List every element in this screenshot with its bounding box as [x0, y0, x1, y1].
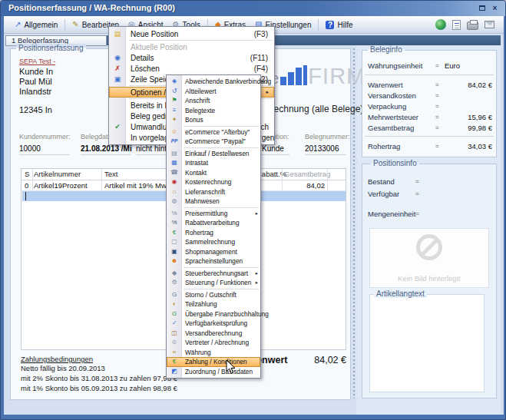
submenu-item-kontakt[interactable]: ☎Kontakt — [167, 168, 260, 178]
field-kundennummer: Kundennummer: 10000 — [19, 128, 70, 155]
submenu-item-waehrung[interactable]: ¤Währung — [167, 348, 260, 358]
info-label: Bestand — [368, 177, 415, 187]
info-value — [445, 102, 492, 111]
partial-payment-icon: ◗ — [167, 299, 182, 309]
submenu-item-versandberechnung[interactable]: ◫Versandberechnung — [167, 329, 260, 339]
flag-icon: ⚑ — [167, 96, 182, 105]
submenu-item-zahlung-konditionen[interactable]: €Zahlung / Konditionen — [167, 357, 260, 367]
submenu-item-mahnwesen[interactable]: ◍Mahnwesen — [167, 197, 260, 207]
no-image-text: Kein Bild hinterlegt! — [370, 274, 488, 283]
submenu-item-storno-gutschrift[interactable]: GStorno / Gutschrift — [167, 290, 260, 300]
window-title: Positionserfassung / WA-Rechnung (R00) — [8, 3, 175, 12]
basedata-icon: ◩ — [167, 367, 182, 376]
paypal-icon: PP — [167, 137, 182, 146]
submenu-item-kostenrechnung[interactable]: ◉Kostenrechnung — [167, 177, 260, 187]
submenu-arrow-icon: ▸ — [256, 270, 258, 276]
table-cell[interactable]: Artikel mit 19% MwSt. — [104, 180, 175, 190]
toolbar-separator — [318, 19, 319, 31]
mail-icon[interactable] — [485, 21, 494, 28]
menu-hilfe-label: Hilfe — [337, 21, 352, 29]
info-label: Verfügbar — [368, 190, 415, 199]
table-cell[interactable]: Artikel19Prozent — [34, 180, 88, 190]
altteile-icon: ↺ — [167, 87, 182, 96]
column-header[interactable]: S — [25, 169, 29, 180]
belegnummer-value[interactable]: 20133006 — [305, 144, 346, 155]
submenu-item-steuerberechnungsart[interactable]: ◆Steuerberechnungsart▸ — [167, 269, 260, 279]
info-label: Mengeneinheit — [368, 210, 415, 219]
restore-button[interactable] — [477, 4, 487, 13]
submenu-item-shopmanagement[interactable]: ▣Shopmanagement — [167, 247, 260, 257]
info-value: Euro — [445, 61, 492, 71]
submenu-item-ecommerce-paypal[interactable]: PPeCommerce "Paypal" — [167, 137, 260, 147]
logo-bar-icon — [296, 68, 302, 85]
edit-menu-item-details[interactable]: ◉Details(F11) — [109, 52, 274, 63]
info-label: Versandkosten — [368, 91, 435, 101]
submenu-item-verfuegbarkeitspruefung[interactable]: ✓Verfügbarkeitsprüfung — [167, 319, 260, 329]
submenu-item-intrastat[interactable]: ▦Intrastat — [167, 158, 260, 168]
toolbar-separator — [64, 19, 65, 31]
collective-invoice-icon: ▢ — [167, 237, 182, 246]
table-cell[interactable]: 84,02 — [282, 180, 325, 190]
beleginfo-row: Währungseinheit=Euro — [368, 61, 492, 71]
menu-allgemein[interactable]: ↗Allgemein — [10, 19, 62, 31]
discount-icon: % — [167, 218, 182, 227]
column-header[interactable]: Artikelnummer — [34, 169, 81, 180]
submenu-item-zuordnung-basisdaten[interactable]: ◩Zuordnung / Basisdaten — [167, 367, 260, 377]
submenu-item-bonus[interactable]: ✦Bonus — [167, 115, 260, 125]
submenu-item-steuerung-funktionen[interactable]: ⚙Steuerung / Funktionen▸ — [167, 278, 260, 288]
submenu-item-spracheinstellungen[interactable]: ☻Spracheinstellungen — [167, 256, 260, 266]
artikellangtext-box[interactable] — [369, 294, 485, 392]
logo-bar-icon — [303, 65, 307, 85]
submenu-item-teilzahlung[interactable]: ◗Teilzahlung — [167, 299, 260, 309]
submenu-arrow-icon: ▸ — [256, 210, 258, 217]
contact-icon: ☎ — [167, 168, 182, 177]
submenu-item-rabattverarbeitung[interactable]: %Rabattverarbeitung — [167, 218, 260, 228]
info-value — [445, 91, 492, 101]
pricing-icon: % — [167, 209, 182, 218]
submenu-item-abweichende-bankverbindung[interactable]: ◈Abweichende Bankverbindung — [167, 77, 260, 87]
globe-icon[interactable] — [435, 19, 446, 30]
kundennummer-value[interactable]: 10000 — [19, 144, 70, 155]
allgemein-icon: ↗ — [15, 21, 21, 28]
submenu-item-einkauf-bestellwesen[interactable]: ▤Einkauf / Bestellwesen — [167, 149, 260, 159]
menu-separator — [184, 126, 259, 127]
beleginfo-row: Rohertrag=34,03 € — [368, 142, 492, 151]
submenu-item-sammelrechnung[interactable]: ▢Sammelrechnung — [167, 237, 260, 247]
submenu-item-belegtexte[interactable]: ≡Belegtexte — [167, 106, 260, 116]
column-header[interactable]: Text — [104, 169, 117, 180]
edit-menu-item-neue-position[interactable]: ▤Neue Position(F3) — [109, 28, 274, 39]
submenu-arrow-icon: ▸ — [256, 279, 258, 286]
panel-splitter[interactable] — [353, 48, 356, 399]
payment-terms-line: Netto fällig bis 20.09.2013 — [21, 364, 105, 372]
submenu-item-rohertrag[interactable]: €Rohertrag — [167, 228, 260, 238]
submenu-item-lieferanschrift[interactable]: ⌂Lieferanschrift — [167, 187, 260, 197]
submenu-item-anschrift[interactable]: ⚑Anschrift — [167, 96, 260, 106]
equals-sign: = — [435, 113, 445, 122]
logo-bar-icon — [288, 72, 294, 85]
equals-sign: = — [435, 61, 445, 71]
delivery-address-icon: ⌂ — [167, 187, 182, 197]
shortcut-label: (F3) — [254, 30, 270, 38]
customer-link[interactable]: SEPA Test - — [19, 58, 55, 65]
submenu-item-uebergabe-finanzbuchhaltung[interactable]: GÜbergabe Finanzbuchhaltung — [167, 309, 260, 319]
bank-icon: ◈ — [167, 77, 182, 86]
table-cell[interactable]: 0 — [25, 180, 28, 190]
titlebar[interactable]: Positionserfassung / WA-Rechnung (R00) × — [1, 1, 505, 16]
info-label: Rohertrag — [368, 142, 435, 151]
submenu-item-ecommerce-afterbuy[interactable]: ☺eCommerce "Afterbuy" — [167, 127, 260, 137]
submenu-item-preisermittlung[interactable]: %Preisermittlung▸ — [167, 209, 260, 219]
belegdatum-value[interactable]: 21.08.2013 /Mi — [81, 144, 131, 155]
printer-icon[interactable] — [467, 21, 478, 30]
report-icon[interactable] — [452, 20, 461, 30]
details-icon: ◉ — [109, 52, 126, 63]
article-image-placeholder: Kein Bild hinterlegt! — [369, 228, 489, 288]
submenu-item-vertreter-abrechnung[interactable]: ☺Vertreter / Abrechnung — [167, 338, 260, 348]
menu-hilfe[interactable]: ?Hilfe — [321, 19, 357, 31]
availability-icon: ✓ — [167, 319, 182, 328]
column-header[interactable]: Gesamtbetrag — [284, 169, 330, 180]
equals-sign: = — [415, 177, 425, 187]
close-button[interactable]: × — [490, 4, 500, 13]
submenu-item-altteilewert[interactable]: ↺Altteilewert — [167, 87, 260, 97]
edit-menu-item-loeschen[interactable]: ✗Löschen(F4) — [109, 63, 274, 74]
accounting-transfer-icon: G — [167, 309, 182, 319]
